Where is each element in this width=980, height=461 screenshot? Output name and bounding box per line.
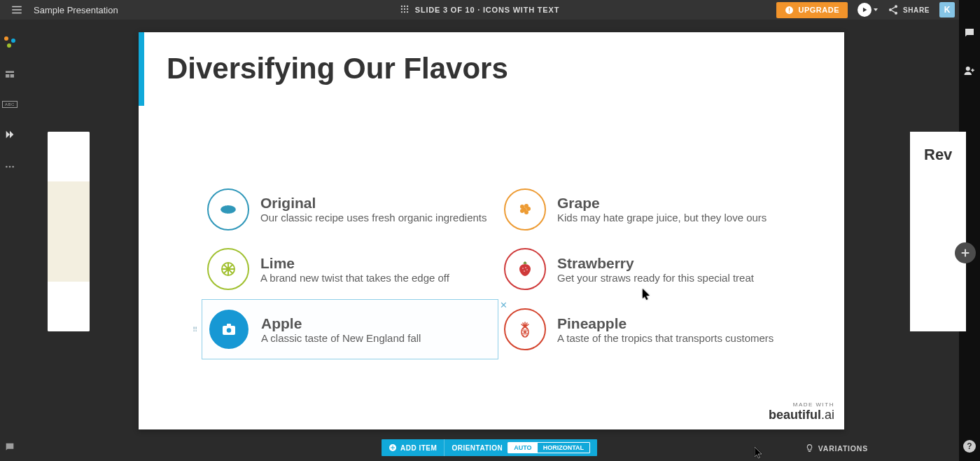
comments-icon[interactable] [963,27,976,42]
svg-marker-15 [863,8,867,13]
svg-point-47 [522,268,524,270]
item-title[interactable]: Grape [557,195,766,211]
variations-label: VARIATIONS [818,444,868,453]
orientation-horizontal[interactable]: HORIZONTAL [538,443,589,453]
svg-marker-24 [6,131,10,139]
add-item-button[interactable]: ADD ITEM [382,439,444,456]
svg-point-11 [407,11,408,12]
variations-button[interactable]: VARIATIONS [805,443,868,453]
svg-point-26 [6,166,8,168]
svg-point-6 [401,8,402,9]
svg-point-49 [524,271,525,273]
svg-line-19 [892,7,895,9]
left-sidebar: ABC [0,20,20,461]
svg-rect-1 [12,9,22,11]
orientation-label: ORIENTATION [451,444,503,452]
editor-stage: Rev Diversifying Our Flavors Original Ou… [20,20,959,461]
chevron-down-icon[interactable] [874,8,878,11]
lime-icon[interactable] [207,248,249,290]
current-slide[interactable]: Diversifying Our Flavors Original Our cl… [139,32,844,429]
item-title[interactable]: Original [260,195,486,211]
svg-rect-0 [12,6,22,8]
item-desc[interactable]: A classic taste of New England fall [261,332,421,344]
next-slide-thumb[interactable]: Rev [910,132,966,331]
svg-point-18 [895,12,897,15]
svg-rect-14 [789,11,790,12]
items-grid: Original Our classic recipe uses fresh o… [202,179,795,359]
prev-slide-thumb[interactable] [48,132,90,331]
item-desc[interactable]: A taste of the tropics that transports c… [557,332,774,344]
slide-grid-icon[interactable] [400,4,410,16]
orientation-auto[interactable]: AUTO [508,443,537,453]
upgrade-button[interactable]: UPGRADE [776,2,848,18]
play-button[interactable] [858,3,878,17]
svg-point-29 [966,67,970,71]
flavor-lime[interactable]: Lime A brand new twist that takes the ed… [202,240,498,300]
svg-point-27 [9,166,11,168]
notes-icon[interactable] [0,441,20,453]
layout-icon[interactable] [0,69,20,80]
item-title[interactable]: Strawberry [557,255,754,271]
made-with-watermark: MADE WITH beautiful.ai [769,401,834,422]
svg-point-4 [404,5,405,6]
svg-rect-23 [10,74,14,78]
pineapple-icon[interactable] [504,308,546,350]
orientation-control: ORIENTATION AUTO HORIZONTAL [444,439,597,456]
text-style-icon[interactable]: ABC [0,101,20,108]
svg-point-3 [401,5,402,6]
cursor-icon [755,447,763,460]
svg-rect-21 [6,71,14,73]
item-desc[interactable]: Get your straws ready for this special t… [557,272,754,284]
theme-icon[interactable] [0,36,20,48]
made-with-label: MADE WITH [769,401,834,408]
strawberry-icon[interactable] [504,248,546,290]
svg-point-7 [404,8,405,9]
flavor-original[interactable]: Original Our classic recipe uses fresh o… [202,179,498,240]
help-icon[interactable]: ? [963,440,976,453]
svg-rect-52 [227,324,231,326]
share-label: SHARE [903,6,930,14]
hamburger-menu-icon[interactable] [7,0,27,20]
grape-icon[interactable] [504,188,546,230]
slide-accent-bar [139,32,144,106]
drag-handle-icon[interactable]: ⠿ [192,326,195,333]
camera-icon[interactable] [208,308,250,350]
item-desc[interactable]: A brand new twist that takes the edge of… [260,272,449,284]
svg-rect-13 [789,8,790,11]
svg-point-10 [404,11,405,12]
svg-point-9 [401,11,402,12]
brand-logo: beautiful.ai [769,408,834,422]
lemon-icon[interactable] [207,188,249,230]
flavor-pineapple[interactable]: Pineapple A taste of the tropics that tr… [498,299,795,359]
svg-point-16 [895,5,897,8]
avatar[interactable]: K [939,2,955,18]
item-desc[interactable]: Kids may hate grape juice, but they love… [557,212,766,223]
flavor-apple[interactable]: ⠿ ✕ Apple A classic taste of New England… [202,299,498,359]
svg-point-50 [526,270,528,271]
item-title[interactable]: Lime [260,255,449,271]
presentation-title[interactable]: Sample Presentation [34,5,118,15]
svg-point-39 [526,207,531,211]
add-collaborator-icon[interactable] [963,64,976,80]
svg-point-41 [520,209,524,213]
svg-line-20 [892,11,895,13]
flavor-strawberry[interactable]: Strawberry Get your straws ready for thi… [498,240,795,300]
item-title[interactable]: Apple [261,315,421,331]
flavor-grape[interactable]: Grape Kids may hate grape juice, but the… [498,179,795,240]
add-item-label: ADD ITEM [400,444,437,452]
svg-rect-58 [391,448,395,448]
svg-rect-2 [12,13,22,14]
svg-point-17 [889,8,892,11]
item-title[interactable]: Pineapple [557,315,774,331]
animate-icon[interactable] [0,129,20,140]
more-icon[interactable] [0,161,20,172]
svg-point-5 [407,5,408,6]
item-desc[interactable]: Our classic recipe uses fresh organic in… [260,212,486,223]
slide-counter[interactable]: SLIDE 3 OF 10 · ICONS WITH TEXT [415,6,559,14]
svg-point-48 [525,268,526,269]
svg-rect-22 [6,74,9,78]
share-button[interactable]: SHARE [888,4,930,15]
slide-title[interactable]: Diversifying Our Flavors [167,52,508,85]
slide-toolbar: ADD ITEM ORIENTATION AUTO HORIZONTAL [382,439,597,456]
svg-point-28 [12,166,14,168]
